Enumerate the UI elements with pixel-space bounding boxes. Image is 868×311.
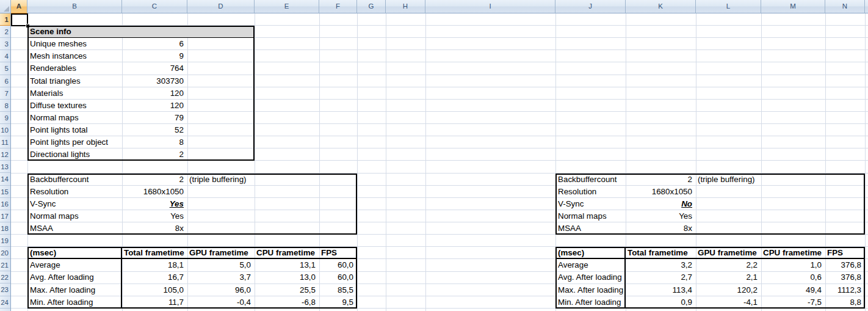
- column-header-M[interactable]: M: [761, 0, 825, 13]
- scene-row-value[interactable]: 8: [122, 136, 187, 148]
- row-header-3[interactable]: 3: [0, 38, 10, 50]
- empty-cell[interactable]: [187, 50, 255, 62]
- setting-value[interactable]: 8x: [122, 222, 187, 235]
- scene-row-label[interactable]: Materials: [27, 87, 122, 100]
- scene-row-label[interactable]: Diffuse textures: [27, 100, 122, 112]
- scene-row-value[interactable]: 6: [122, 38, 187, 50]
- scene-row-label[interactable]: Total triangles: [27, 75, 122, 87]
- perf-value[interactable]: 376,8: [825, 271, 865, 284]
- empty-cell[interactable]: [761, 174, 825, 186]
- setting-label[interactable]: Resolution: [555, 186, 626, 198]
- empty-cell[interactable]: [187, 75, 255, 87]
- column-header-H[interactable]: H: [386, 0, 425, 13]
- scene-row-label[interactable]: Unique meshes: [27, 38, 122, 50]
- column-header-G[interactable]: G: [357, 0, 386, 13]
- perf-value[interactable]: 1112,3: [825, 284, 865, 296]
- scene-row-value[interactable]: 120: [122, 87, 187, 100]
- perf-col-header[interactable]: (msec): [555, 247, 626, 259]
- perf-col-header[interactable]: (msec): [27, 247, 122, 259]
- perf-col-header[interactable]: FPS: [319, 247, 357, 259]
- perf-value[interactable]: 2,1: [696, 271, 761, 284]
- perf-row-label[interactable]: Min. After loading: [27, 296, 122, 309]
- empty-cell[interactable]: [187, 62, 255, 75]
- column-header-N[interactable]: N: [825, 0, 865, 13]
- setting-label[interactable]: Backbuffercount: [27, 174, 122, 186]
- row-header-4[interactable]: 4: [0, 50, 10, 62]
- row-header-13[interactable]: 13: [0, 161, 10, 173]
- setting-note[interactable]: (triple buffering): [187, 174, 255, 186]
- perf-value[interactable]: 0,6: [761, 271, 825, 284]
- empty-cell[interactable]: [761, 186, 825, 198]
- empty-cell[interactable]: [187, 148, 255, 161]
- setting-value[interactable]: 2: [122, 174, 187, 186]
- perf-col-header[interactable]: CPU frametime: [255, 247, 319, 259]
- row-header-7[interactable]: 7: [0, 87, 10, 100]
- scene-row-label[interactable]: Normal maps: [27, 112, 122, 124]
- setting-value[interactable]: 1680x1050: [122, 186, 187, 198]
- perf-value[interactable]: 8,8: [825, 296, 865, 309]
- perf-value[interactable]: 18,1: [122, 259, 187, 271]
- setting-note[interactable]: [187, 210, 255, 222]
- column-header-E[interactable]: E: [255, 0, 319, 13]
- perf-row-label[interactable]: Average: [27, 259, 122, 271]
- setting-note[interactable]: [696, 186, 761, 198]
- column-header-K[interactable]: K: [626, 0, 696, 13]
- row-header-20[interactable]: 20: [0, 247, 10, 259]
- scene-row-label[interactable]: Mesh instances: [27, 50, 122, 62]
- row-header-21[interactable]: 21: [0, 259, 10, 271]
- empty-cell[interactable]: [187, 124, 255, 136]
- perf-value[interactable]: 376,8: [825, 259, 865, 271]
- setting-label[interactable]: Normal maps: [27, 210, 122, 222]
- perf-value[interactable]: -4,1: [696, 296, 761, 309]
- column-header-D[interactable]: D: [187, 0, 255, 13]
- setting-value[interactable]: Yes: [122, 210, 187, 222]
- fill-handle[interactable]: [26, 24, 29, 27]
- empty-cell[interactable]: [319, 198, 357, 210]
- setting-value[interactable]: Yes: [122, 198, 187, 210]
- scene-row-value[interactable]: 2: [122, 148, 187, 161]
- active-cell-a1[interactable]: [11, 13, 28, 26]
- row-header-15[interactable]: 15: [0, 186, 10, 198]
- perf-value[interactable]: 3,2: [626, 259, 696, 271]
- select-all-button[interactable]: [0, 0, 11, 13]
- row-header-23[interactable]: 23: [0, 284, 10, 296]
- column-header-C[interactable]: C: [122, 0, 187, 13]
- perf-col-header[interactable]: CPU frametime: [761, 247, 825, 259]
- perf-value[interactable]: -0,4: [187, 296, 255, 309]
- perf-value[interactable]: 2,2: [696, 259, 761, 271]
- perf-value[interactable]: 120,2: [696, 284, 761, 296]
- setting-note[interactable]: [696, 210, 761, 222]
- perf-row-label[interactable]: Max. After loading: [555, 284, 626, 296]
- perf-value[interactable]: 13,0: [255, 271, 319, 284]
- perf-row-label[interactable]: Avg. After loading: [27, 271, 122, 284]
- perf-row-label[interactable]: Average: [555, 259, 626, 271]
- empty-cell[interactable]: [187, 112, 255, 124]
- column-header-F[interactable]: F: [319, 0, 357, 13]
- empty-cell[interactable]: [187, 100, 255, 112]
- perf-value[interactable]: -7,5: [761, 296, 825, 309]
- setting-value[interactable]: Yes: [626, 210, 696, 222]
- row-header-5[interactable]: 5: [0, 62, 10, 75]
- perf-col-header[interactable]: Total frametime: [122, 247, 187, 259]
- perf-value[interactable]: 113,4: [626, 284, 696, 296]
- empty-cell[interactable]: [187, 136, 255, 148]
- perf-value[interactable]: 96,0: [187, 284, 255, 296]
- setting-note[interactable]: (triple buffering): [696, 174, 761, 186]
- perf-value[interactable]: 25,5: [255, 284, 319, 296]
- scene-row-value[interactable]: 303730: [122, 75, 187, 87]
- row-header-14[interactable]: 14: [0, 173, 10, 185]
- scene-row-label[interactable]: Renderables: [27, 62, 122, 75]
- perf-value[interactable]: 11,7: [122, 296, 187, 309]
- empty-cell[interactable]: [825, 198, 865, 210]
- empty-cell[interactable]: [255, 198, 319, 210]
- empty-cell[interactable]: [319, 174, 357, 186]
- row-header-11[interactable]: 11: [0, 136, 10, 148]
- scene-row-label[interactable]: Point lights total: [27, 124, 122, 136]
- perf-value[interactable]: 85,5: [319, 284, 357, 296]
- setting-label[interactable]: Resolution: [27, 186, 122, 198]
- perf-row-label[interactable]: Avg. After loading: [555, 271, 626, 284]
- perf-value[interactable]: 5,0: [187, 259, 255, 271]
- empty-cell[interactable]: [825, 222, 865, 235]
- empty-cell[interactable]: [761, 210, 825, 222]
- setting-label[interactable]: MSAA: [27, 222, 122, 235]
